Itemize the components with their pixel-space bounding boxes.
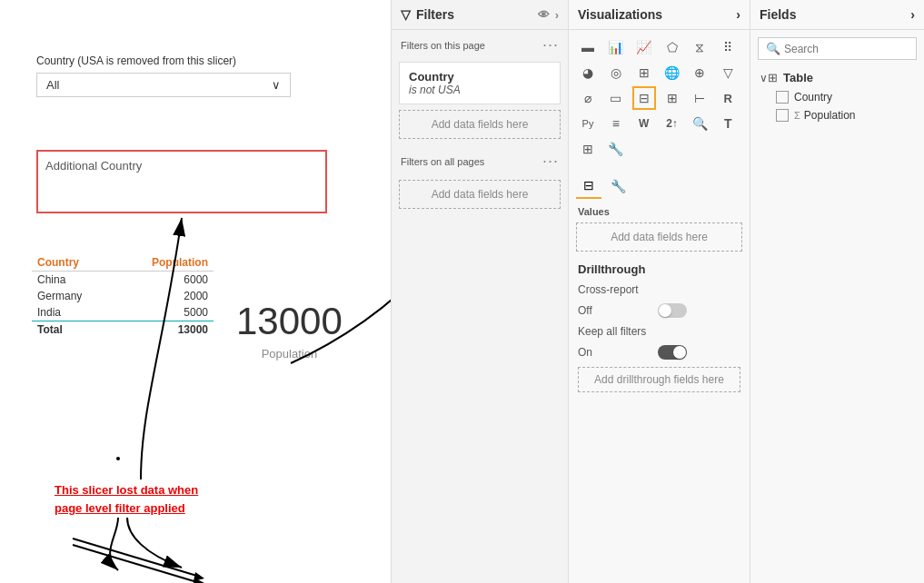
filter-funnel-icon: ▽ xyxy=(401,7,411,22)
search-input[interactable] xyxy=(784,43,909,55)
cell-population: 2000 xyxy=(114,288,214,304)
viz-gantt-icon[interactable]: ≡ xyxy=(604,112,628,135)
viz-column-icon[interactable]: 📊 xyxy=(604,35,628,59)
svg-point-3 xyxy=(116,457,120,460)
filters-on-page-label: Filters on this page xyxy=(401,40,485,51)
data-table: Country Population China 6000 Germany 20… xyxy=(32,254,214,338)
viz-slicer-icon[interactable]: ⊞ xyxy=(576,137,600,161)
svg-marker-6 xyxy=(194,572,204,581)
viz-py-icon[interactable]: Py xyxy=(576,112,600,135)
values-section-label: Values xyxy=(569,203,750,219)
big-number-value: 13000 xyxy=(236,300,343,343)
cross-report-toggle-row: Off xyxy=(578,303,740,318)
eye-icon[interactable]: 👁 xyxy=(538,8,550,22)
viz-ribbon-icon[interactable]: ⧖ xyxy=(688,35,711,59)
viz-fields-icon[interactable]: ⊟ xyxy=(576,173,601,199)
annotation-line2: page level filter applied xyxy=(55,499,198,518)
additional-country-label: Additional Country xyxy=(45,159,142,173)
filter-card-country[interactable]: Country is not USA xyxy=(399,62,561,104)
fields-title: Fields xyxy=(760,7,796,22)
field-population-row: Σ Population xyxy=(750,106,924,124)
drillthrough-section: Drillthrough Cross-report Off Keep all f… xyxy=(569,255,750,400)
cell-population: 5000 xyxy=(114,304,214,321)
keep-filters-on-label: On xyxy=(578,346,651,359)
viz-treemap-icon[interactable]: ⊞ xyxy=(632,61,656,84)
keep-filters-toggle-row: On xyxy=(578,345,740,360)
keep-filters-toggle[interactable] xyxy=(658,345,687,360)
table-name-label: Table xyxy=(783,71,813,84)
values-add-box[interactable]: Add data fields here xyxy=(576,222,742,252)
viz-gauge-icon[interactable]: ⌀ xyxy=(576,86,600,110)
viz-r-icon[interactable]: R xyxy=(716,86,740,110)
filters-panel: ▽ Filters 👁 › Filters on this page ··· C… xyxy=(391,0,568,583)
viz-map-icon[interactable]: 🌐 xyxy=(661,61,684,84)
viz-custom-icon[interactable]: T xyxy=(716,112,740,135)
fields-panel: Fields › 🔍 ∨ ⊞ Table Country Σ Populatio… xyxy=(750,0,924,583)
table-total-row: Total 13000 xyxy=(32,321,214,339)
filter-field-value: is not USA xyxy=(409,84,551,96)
viz-funnel-icon[interactable]: ▽ xyxy=(716,61,740,84)
annotation-text: This slicer lost data when page level fi… xyxy=(55,481,198,517)
svg-line-5 xyxy=(73,545,200,583)
viz-format-icon[interactable]: 🔧 xyxy=(605,173,631,199)
big-number-label: Population xyxy=(236,347,343,361)
cell-country: China xyxy=(32,272,114,289)
keep-filters-knob xyxy=(673,346,686,359)
field-country-checkbox[interactable] xyxy=(776,91,789,104)
table-expand-row[interactable]: ∨ ⊞ Table xyxy=(750,67,924,88)
cell-country: Germany xyxy=(32,288,114,304)
big-number-display: 13000 Population xyxy=(236,300,343,361)
search-icon: 🔍 xyxy=(766,42,780,55)
filter-add-data-1[interactable]: Add data fields here xyxy=(399,110,561,139)
filters-sub-header: Filters on this page ··· xyxy=(392,30,568,58)
additional-country-box[interactable]: Additional Country xyxy=(36,150,327,213)
drillthrough-add-fields[interactable]: Add drillthrough fields here xyxy=(578,367,740,392)
viz-selected-row: ⊟ 🔧 xyxy=(569,170,750,203)
visualizations-panel: Visualizations › ▬ 📊 📈 ⬠ ⧖ ⠿ ◕ ◎ ⊞ 🌐 ⊕ ▽… xyxy=(568,0,750,583)
table-row: Germany 2000 xyxy=(32,288,214,304)
filters-header: ▽ Filters 👁 › xyxy=(392,0,568,30)
viz-expand-icon[interactable]: › xyxy=(736,7,740,22)
field-country-label: Country xyxy=(794,91,832,104)
viz-area-icon[interactable]: ⬠ xyxy=(661,35,684,59)
slicer-arrow-icon: ∨ xyxy=(272,78,281,92)
viz-pie-icon[interactable]: ◕ xyxy=(576,61,600,84)
viz-bar-icon[interactable]: ▬ xyxy=(576,35,600,59)
slicer-widget: Country (USA is removed from this slicer… xyxy=(36,54,318,97)
viz-panel-header: Visualizations › xyxy=(569,0,750,30)
viz-icon-grid: ▬ 📊 📈 ⬠ ⧖ ⠿ ◕ ◎ ⊞ 🌐 ⊕ ▽ ⌀ ▭ ⊟ ⊞ ⊢ R Py ≡… xyxy=(569,30,750,166)
slicer-dropdown[interactable]: All ∨ xyxy=(36,73,291,97)
filters-dots-icon[interactable]: ··· xyxy=(542,35,559,54)
fields-search-box[interactable]: 🔍 xyxy=(758,37,917,60)
viz-word-icon[interactable]: W xyxy=(632,112,656,135)
cross-report-row: Cross-report xyxy=(578,283,740,296)
table-icon: ⊞ xyxy=(768,71,778,84)
table-collapse-arrow[interactable]: ∨ xyxy=(760,72,768,84)
viz-line-icon[interactable]: 📈 xyxy=(632,35,656,59)
col-header-population: Population xyxy=(114,254,214,272)
viz-filled-map-icon[interactable]: ⊕ xyxy=(688,61,711,84)
cross-report-toggle[interactable] xyxy=(658,303,687,318)
viz-waterfall-icon[interactable]: ⊢ xyxy=(688,86,711,110)
field-population-checkbox[interactable] xyxy=(776,109,789,122)
field-population-label: Population xyxy=(804,109,856,122)
total-label: Total xyxy=(32,321,114,339)
drillthrough-title: Drillthrough xyxy=(578,262,740,276)
viz-scatter-icon[interactable]: ⠿ xyxy=(716,35,740,59)
viz-table-icon[interactable]: ⊟ xyxy=(632,86,656,110)
viz-matrix-icon[interactable]: ⊞ xyxy=(661,86,684,110)
data-table-container: Country Population China 6000 Germany 20… xyxy=(32,254,214,338)
filter-add-data-2[interactable]: Add data fields here xyxy=(399,180,561,209)
keep-filters-label: Keep all filters xyxy=(578,325,651,338)
filters-all-dots-icon[interactable]: ··· xyxy=(542,152,559,171)
cell-country: India xyxy=(32,304,114,321)
viz-donut-icon[interactable]: ◎ xyxy=(604,61,628,84)
viz-kpi-icon[interactable]: 2↑ xyxy=(661,112,684,135)
viz-decomp-icon[interactable]: 🔧 xyxy=(604,137,628,161)
fields-expand-icon[interactable]: › xyxy=(910,7,915,22)
filters-expand-icon[interactable]: › xyxy=(555,8,559,22)
cross-report-label: Cross-report xyxy=(578,283,651,296)
viz-search-icon[interactable]: 🔍 xyxy=(688,112,711,135)
filter-field-name: Country xyxy=(409,70,551,84)
viz-card-icon[interactable]: ▭ xyxy=(604,86,628,110)
